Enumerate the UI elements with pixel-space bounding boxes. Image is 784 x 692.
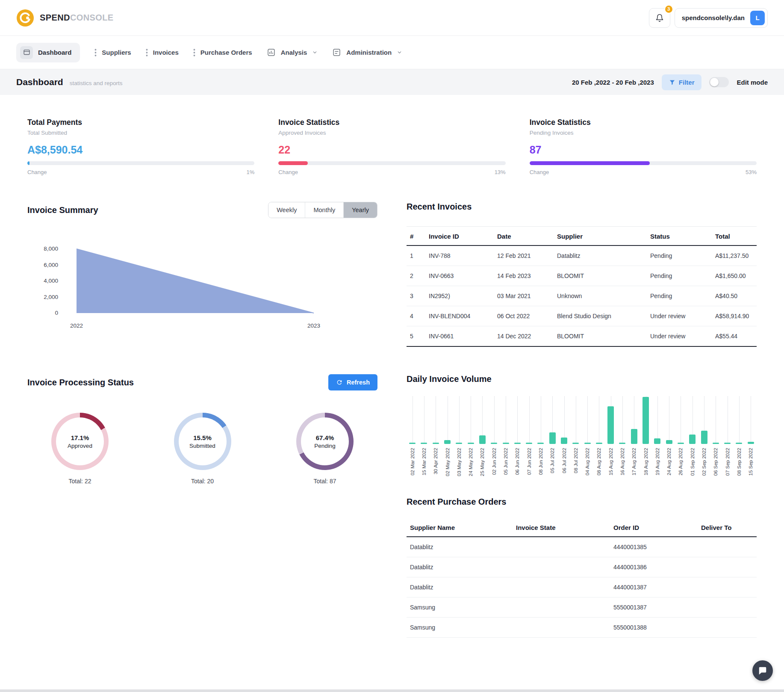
avatar: L	[750, 11, 765, 25]
x-axis-label: 19 Aug 2022	[655, 448, 660, 476]
nav-item-invoices[interactable]: Invoices	[146, 49, 179, 56]
brand-name-light: CONSOLE	[70, 13, 114, 22]
edit-mode-toggle[interactable]	[709, 77, 729, 87]
gridline	[448, 396, 448, 444]
volume-bar	[631, 429, 637, 444]
stat-title: Invoice Statistics	[530, 118, 757, 127]
brand-name: SPENDCONSOLE	[40, 13, 114, 23]
volume-bar	[724, 443, 731, 444]
gridline	[751, 396, 751, 444]
page-title: Dashboard	[16, 77, 63, 87]
summary-tab-yearly[interactable]: Yearly	[343, 202, 377, 218]
volume-bar	[643, 397, 649, 444]
stat-change-row: Change 53%	[530, 169, 757, 175]
change-label: Change	[530, 169, 549, 175]
column-header: Status	[647, 227, 712, 246]
volume-bar	[619, 443, 625, 444]
x-axis-label: 06 Jun 2022	[515, 448, 520, 475]
x-axis-label: 24 May 2022	[468, 448, 473, 476]
toggle-knob	[710, 78, 719, 86]
x-axis-label: 17 Aug 2022	[631, 448, 637, 476]
volume-column: 02 May 2022	[442, 396, 453, 476]
column-header: Invoice ID	[425, 227, 494, 246]
brand-logo-icon	[16, 9, 34, 27]
summary-tab-monthly[interactable]: Monthly	[305, 202, 343, 218]
topbar-right: 3 spendconsole\ly.dan L	[649, 8, 768, 28]
summary-tab-weekly[interactable]: Weekly	[268, 202, 305, 218]
x-axis-label: 02 Mar 2022	[410, 448, 415, 476]
edit-mode-label: Edit mode	[737, 79, 768, 86]
gridline	[599, 396, 599, 444]
volume-column: 06 Jul 2022	[558, 396, 570, 476]
donut-center: 17.1% Approved	[56, 417, 104, 465]
stat-change-row: Change 13%	[278, 169, 505, 175]
nav-label: Dashboard	[38, 49, 71, 56]
x-axis-label: 24 Aug 2022	[666, 448, 672, 476]
gridline	[716, 396, 716, 444]
nav-label: Invoices	[153, 49, 179, 56]
volume-column: 24 May 2022	[465, 396, 476, 476]
gridline	[529, 396, 530, 444]
column-header: Deliver To	[698, 518, 757, 537]
recent-purchase-orders-section: Recent Purchase Orders Supplier NameInvo…	[407, 497, 757, 638]
volume-column: 17 Aug 2022	[628, 396, 640, 476]
x-axis-label: 02 Sep 2022	[701, 448, 707, 476]
x-axis-label: 08 Jul 2022	[573, 448, 578, 473]
recent-purchase-orders-table: Supplier NameInvoice StateOrder IDDelive…	[407, 518, 757, 638]
refresh-button[interactable]: Refresh	[328, 374, 377, 390]
y-axis-tick: 2,000	[44, 294, 58, 300]
recent-invoices-section: Recent Invoices #Invoice IDDateSupplierS…	[407, 202, 757, 347]
refresh-icon	[336, 379, 343, 386]
gridline	[587, 396, 588, 444]
volume-bar	[736, 443, 742, 444]
nav-item-purchase-orders[interactable]: Purchase Orders	[193, 49, 252, 56]
donut-total: Total: 87	[314, 478, 336, 485]
volume-column: 15 Sep 2022	[745, 396, 757, 476]
x-axis-label: 02 Jun 2022	[492, 448, 497, 475]
volume-column: 25 May 2022	[477, 396, 488, 476]
column-header: Date	[494, 227, 554, 246]
filter-button[interactable]: Filter	[662, 74, 702, 90]
donut-ring: 15.5% Submitted	[174, 413, 231, 470]
volume-column: 08 Jul 2022	[570, 396, 581, 476]
administration-icon	[332, 48, 341, 57]
chat-bubble-icon	[758, 666, 767, 675]
stat-progress-bar	[27, 161, 254, 165]
chevron-down-icon	[312, 50, 318, 55]
x-axis-label: 08 Jun 2022	[538, 448, 543, 475]
brand-name-bold: SPEND	[40, 13, 70, 22]
nav-item-analysis[interactable]: Analysis	[267, 48, 318, 57]
nav-label: Suppliers	[102, 49, 131, 56]
processing-status-title: Invoice Processing Status	[27, 378, 134, 387]
volume-bar	[748, 442, 754, 444]
gridline	[506, 396, 506, 444]
x-axis-label: 05 Jun 2022	[503, 448, 508, 475]
volume-bar	[584, 443, 591, 444]
nav-label: Administration	[346, 49, 392, 56]
volume-bar	[596, 443, 602, 444]
stat-progress-bar	[530, 161, 757, 165]
volume-bar	[514, 443, 521, 444]
donut-center: 15.5% Submitted	[179, 417, 227, 465]
notifications-button[interactable]: 3	[649, 8, 670, 28]
volume-column: 08 Sep 2022	[733, 396, 745, 476]
nav-item-administration[interactable]: Administration	[332, 48, 402, 57]
table-row: 1INV-78812 Feb 2021DatablitzPendingA$11,…	[407, 245, 757, 266]
volume-bar	[421, 443, 427, 444]
chat-launcher-button[interactable]	[752, 660, 773, 681]
user-menu[interactable]: spendconsole\ly.dan L	[675, 8, 768, 28]
nav-item-suppliers[interactable]: Suppliers	[94, 49, 131, 56]
page-header: Dashboard statistics and reports 20 Feb …	[0, 69, 784, 95]
volume-column: 26 Aug 2022	[675, 396, 687, 476]
x-axis-label: 18 Aug 2022	[643, 448, 648, 476]
donut-percent: 67.4%	[316, 434, 334, 441]
table-row: Datablitz4440001387	[407, 577, 757, 597]
donut-total: Total: 22	[69, 478, 91, 485]
donut-percent: 17.1%	[71, 434, 89, 441]
x-axis-label: 06 Sep 2022	[713, 448, 718, 476]
processing-status-section: Invoice Processing Status Refresh 17.1% …	[27, 374, 377, 638]
gridline	[436, 396, 436, 444]
nav-item-dashboard[interactable]: Dashboard	[16, 43, 80, 62]
column-header: Invoice State	[513, 518, 610, 537]
volume-bar	[701, 431, 707, 444]
